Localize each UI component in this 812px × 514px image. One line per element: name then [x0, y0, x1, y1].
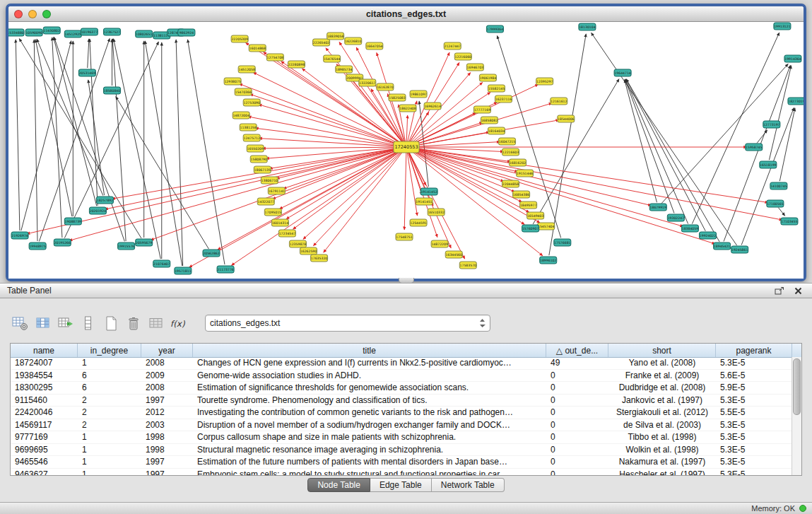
- network-node[interactable]: 18996102: [540, 257, 557, 264]
- table-row[interactable]: 1872400712008Changes of HCN gene express…: [11, 357, 792, 370]
- minimize-button[interactable]: [28, 10, 37, 18]
- network-node[interactable]: 15476544: [324, 55, 341, 62]
- network-edge[interactable]: [114, 39, 161, 259]
- network-edge[interactable]: [21, 41, 71, 231]
- network-node[interactable]: 20562862: [203, 250, 220, 257]
- network-node[interactable]: 21926974: [11, 232, 28, 239]
- network-node[interactable]: 12216060: [454, 53, 471, 60]
- network-edge[interactable]: [52, 37, 62, 238]
- network-edge[interactable]: [411, 92, 490, 144]
- network-node[interactable]: 16162870: [377, 83, 394, 90]
- tab-edge-table[interactable]: Edge Table: [370, 478, 432, 492]
- network-edge[interactable]: [255, 128, 401, 146]
- network-node[interactable]: 12753090: [243, 99, 260, 106]
- network-node[interactable]: 15958745: [746, 144, 763, 151]
- column-header-in_degree[interactable]: in_degree: [78, 344, 141, 357]
- network-node[interactable]: 15825083: [389, 94, 406, 101]
- network-node[interactable]: 12754708: [266, 54, 283, 61]
- network-node[interactable]: 14100745: [770, 182, 787, 189]
- column-header-pagerank[interactable]: pagerank: [716, 344, 792, 357]
- column-header-name[interactable]: name: [11, 344, 78, 357]
- vertical-scrollbar[interactable]: [792, 357, 801, 475]
- close-panel-button[interactable]: [791, 285, 805, 296]
- network-node[interactable]: 15334880: [8, 29, 24, 36]
- network-node[interactable]: 18622408: [399, 105, 416, 112]
- network-node[interactable]: 12216603: [502, 148, 519, 156]
- network-node[interactable]: 16014868: [249, 45, 266, 52]
- network-edge[interactable]: [757, 130, 767, 144]
- network-node[interactable]: 19088739: [64, 218, 81, 225]
- network-node[interactable]: 14872004: [233, 112, 249, 119]
- network-edge[interactable]: [592, 33, 737, 245]
- network-edge[interactable]: [54, 37, 97, 206]
- network-edge[interactable]: [533, 79, 619, 224]
- network-node[interactable]: 10196377: [81, 28, 98, 35]
- network-view[interactable]: 1724055322205309160148681275470822280898…: [8, 22, 804, 279]
- network-node[interactable]: 12938075: [224, 78, 241, 85]
- network-node[interactable]: 19924022: [699, 232, 716, 239]
- network-node[interactable]: 13806710: [261, 177, 278, 184]
- import-table-button[interactable]: [57, 314, 74, 332]
- network-node[interactable]: 19571811: [175, 267, 192, 274]
- clear-table-button[interactable]: [147, 314, 165, 332]
- network-node[interactable]: 18384059: [681, 225, 698, 232]
- zoom-button[interactable]: [42, 10, 51, 18]
- network-node[interactable]: 15582145: [488, 85, 505, 92]
- network-node[interactable]: 15760907: [522, 225, 539, 232]
- network-node[interactable]: 16791141: [268, 187, 285, 194]
- network-node[interactable]: 19948975: [29, 243, 46, 250]
- network-node[interactable]: 19151446: [517, 170, 534, 177]
- network-node[interactable]: 17100565: [767, 200, 784, 207]
- table-row[interactable]: 946362711997Embryonic stem cells: a mode…: [11, 469, 792, 477]
- network-edge[interactable]: [406, 115, 407, 142]
- network-node[interactable]: 18257892: [96, 197, 113, 204]
- network-node[interactable]: 16962614: [424, 103, 441, 110]
- tab-network-table[interactable]: Network Table: [432, 478, 505, 492]
- network-edge[interactable]: [248, 117, 401, 146]
- network-node[interactable]: 15808790: [250, 156, 267, 163]
- column-header-out_de[interactable]: △ out_de...: [546, 344, 608, 357]
- network-node[interactable]: 12475712: [243, 134, 260, 141]
- network-node[interactable]: 12544591: [410, 219, 427, 226]
- network-node[interactable]: 15457404: [538, 223, 555, 230]
- network-node[interactable]: 18067135: [254, 166, 271, 173]
- network-node[interactable]: 14872209: [431, 240, 448, 247]
- network-node[interactable]: 16518199: [760, 161, 777, 168]
- network-node[interactable]: 18164034: [488, 127, 505, 134]
- network-node[interactable]: 17777169: [473, 106, 490, 113]
- network-node[interactable]: 16858082: [481, 117, 498, 124]
- network-node[interactable]: 18130104: [579, 23, 596, 30]
- network-edge[interactable]: [661, 64, 788, 203]
- network-node[interactable]: 19644714: [614, 69, 631, 76]
- table-mode-button[interactable]: [11, 314, 29, 332]
- network-node[interactable]: 16816202: [510, 159, 526, 166]
- network-node[interactable]: 17583570: [459, 262, 476, 269]
- network-node[interactable]: 16047215: [498, 138, 515, 145]
- network-node[interactable]: 15470366: [235, 88, 252, 95]
- network-edge[interactable]: [269, 148, 401, 168]
- table-row[interactable]: 969969511998Structural magnetic resonanc…: [11, 444, 792, 457]
- delete-button[interactable]: [124, 314, 142, 332]
- network-node[interactable]: 17576681: [554, 239, 571, 246]
- table-row[interactable]: 946554611997Estimation of the future num…: [11, 456, 792, 469]
- function-builder-button[interactable]: f(x): [170, 314, 187, 332]
- network-node[interactable]: 14512058: [238, 66, 255, 73]
- network-node[interactable]: 17635320: [311, 255, 328, 262]
- network-edge[interactable]: [188, 40, 225, 264]
- network-node[interactable]: 16237116: [495, 95, 512, 103]
- network-node[interactable]: 19914364: [784, 55, 801, 62]
- network-node[interactable]: 18945421: [714, 243, 731, 250]
- network-node[interactable]: 12367527: [103, 28, 120, 35]
- network-hub-node[interactable]: 17240553: [394, 141, 419, 153]
- table-row[interactable]: 1830029562008Estimation of significance …: [11, 382, 792, 395]
- network-edge[interactable]: [264, 52, 403, 145]
- network-edge[interactable]: [411, 84, 538, 145]
- network-edge[interactable]: [404, 152, 406, 230]
- network-edge[interactable]: [34, 40, 37, 241]
- network-node[interactable]: 13220617: [359, 79, 376, 86]
- network-node[interactable]: 12773197: [763, 121, 780, 128]
- network-node[interactable]: 10590090: [25, 29, 42, 36]
- network-node[interactable]: 16014314: [271, 219, 288, 226]
- network-node[interactable]: 16647054: [366, 42, 383, 49]
- network-node[interactable]: 9862924: [178, 29, 195, 36]
